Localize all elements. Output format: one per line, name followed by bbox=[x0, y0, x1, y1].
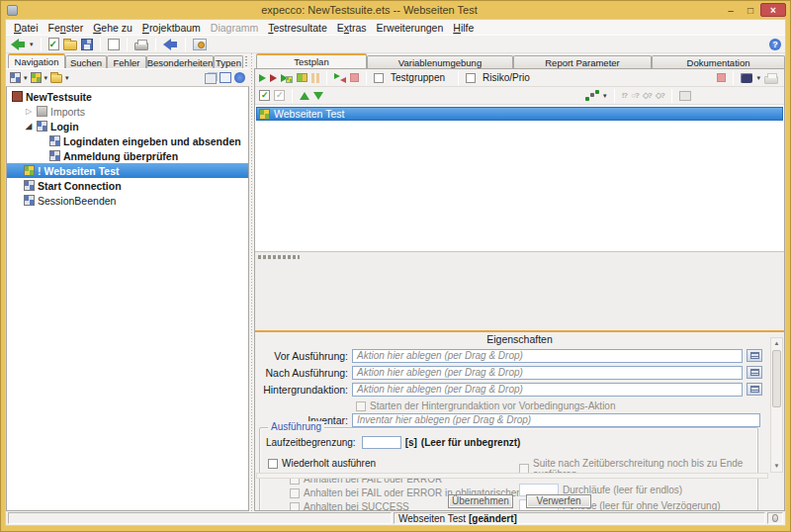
breakpoint-skip-icon[interactable]: ◇? bbox=[643, 91, 652, 100]
scroll-up-icon[interactable]: ▲ bbox=[772, 339, 781, 348]
repeat-checkbox[interactable] bbox=[268, 459, 278, 469]
tab-besonderheiten[interactable]: Besonderheiten bbox=[146, 55, 214, 68]
detail-collapsed-panel[interactable] bbox=[255, 251, 784, 330]
new-folder-dropdown-icon[interactable]: ▾ bbox=[65, 75, 69, 81]
background-before-checkbox[interactable] bbox=[356, 401, 366, 411]
new-action-button[interactable] bbox=[10, 72, 21, 83]
accept-document-button[interactable] bbox=[48, 38, 59, 50]
layers-button[interactable] bbox=[741, 73, 752, 83]
tab-suchen[interactable]: Suchen bbox=[65, 55, 107, 68]
pre-action-field[interactable]: Aktion hier ablegen (per Drag & Drop) bbox=[352, 349, 743, 363]
background-before-row: Starten der Hintergrundaktion vor Vorbed… bbox=[356, 400, 615, 411]
tab-fehler[interactable]: Fehler bbox=[107, 55, 146, 68]
move-down-button[interactable] bbox=[313, 92, 323, 100]
risiko-checkbox[interactable] bbox=[466, 73, 476, 83]
open-window-button[interactable] bbox=[679, 91, 691, 101]
pause-button[interactable] bbox=[311, 73, 319, 83]
run-marked-button[interactable] bbox=[297, 73, 308, 82]
tab-navigation[interactable]: Navigation bbox=[8, 53, 65, 68]
move-up-button[interactable] bbox=[300, 92, 309, 100]
tab-testplan[interactable]: Testplan bbox=[256, 53, 367, 68]
background-action-field[interactable]: Aktion hier ablegen (per Drag & Drop) bbox=[352, 383, 743, 397]
undo-button[interactable] bbox=[163, 39, 178, 50]
scrollbar-thumb[interactable] bbox=[772, 350, 781, 407]
new-testcase-dropdown-icon[interactable]: ▾ bbox=[44, 75, 48, 81]
new-folder-button[interactable] bbox=[50, 72, 62, 83]
properties-vertical-scrollbar[interactable]: ▲ ▼ bbox=[770, 337, 783, 473]
properties-horizontal-scrollbar[interactable] bbox=[256, 473, 768, 479]
tree-item-imports[interactable]: ▷ Imports bbox=[7, 104, 248, 119]
close-button[interactable]: × bbox=[760, 3, 786, 17]
tree-item-sessionbeenden[interactable]: SessionBeenden bbox=[7, 193, 248, 208]
menu-gehezu[interactable]: Gehe zu bbox=[88, 22, 137, 34]
run-with-debug-button[interactable] bbox=[281, 72, 293, 83]
properties-buttons: Übernehmen Verwerfen bbox=[255, 494, 784, 508]
toolbar-separator bbox=[614, 89, 615, 103]
tree-item-start-connection[interactable]: Start Connection bbox=[7, 178, 248, 193]
print-testplan-button[interactable] bbox=[764, 71, 778, 84]
tree-item-logindaten[interactable]: Logindaten eingeben und absenden bbox=[7, 133, 248, 148]
toolbar-separator bbox=[326, 71, 327, 85]
open-file-button[interactable] bbox=[63, 38, 77, 50]
scroll-down-icon[interactable]: ▼ bbox=[772, 462, 781, 471]
background-action-browse-button[interactable] bbox=[747, 383, 762, 396]
menu-testresultate[interactable]: Testresultate bbox=[263, 22, 332, 34]
run-button[interactable] bbox=[259, 74, 266, 82]
settings-button[interactable] bbox=[193, 39, 207, 50]
copy-window-button[interactable] bbox=[205, 71, 217, 84]
new-action-dropdown-icon[interactable]: ▾ bbox=[24, 75, 28, 81]
check-all-button[interactable] bbox=[259, 90, 270, 101]
new-testcase-button[interactable] bbox=[31, 72, 42, 83]
print-button[interactable] bbox=[134, 38, 148, 50]
tab-dokumentation[interactable]: Dokumentation bbox=[652, 55, 785, 68]
apply-button[interactable]: Übernehmen bbox=[448, 494, 513, 508]
breakpoint-error-icon[interactable]: !? bbox=[622, 91, 628, 100]
menu-hilfe[interactable]: Hilfe bbox=[448, 22, 479, 34]
layers-dropdown-icon[interactable]: ▾ bbox=[756, 75, 760, 81]
breakpoint-cond-icon[interactable]: ◇? bbox=[656, 91, 664, 100]
testgruppen-checkbox[interactable] bbox=[374, 73, 384, 83]
post-action-field[interactable]: Aktion hier ablegen (per Drag & Drop) bbox=[352, 366, 743, 380]
runtime-input[interactable] bbox=[362, 436, 401, 449]
coverage-dropdown-icon[interactable]: ▾ bbox=[603, 93, 607, 99]
tab-variablenumgebung[interactable]: Variablenumgebung bbox=[367, 55, 513, 68]
menu-extras[interactable]: Extras bbox=[332, 22, 372, 34]
tree-item-anmeldung[interactable]: Anmeldung überprüfen bbox=[7, 148, 248, 163]
uncheck-all-button[interactable] bbox=[274, 90, 285, 101]
pre-action-browse-button[interactable] bbox=[747, 349, 762, 362]
pre-action-label: Vor Ausführung: bbox=[257, 350, 352, 362]
save-tree-button[interactable] bbox=[220, 72, 231, 83]
inventar-field[interactable]: Inventar hier ablegen (per Drag & Drop) bbox=[352, 413, 760, 427]
coverage-button[interactable] bbox=[585, 90, 599, 101]
menu-erweiterungen[interactable]: Erweiterungen bbox=[372, 22, 449, 34]
tree-item-login[interactable]: ◢ Login bbox=[7, 119, 248, 133]
tree-item-newtestsuite[interactable]: NewTestsuite bbox=[7, 89, 248, 104]
help-button[interactable]: ? bbox=[769, 39, 781, 50]
tree-help-button[interactable] bbox=[234, 72, 245, 83]
run-failed-button[interactable] bbox=[270, 74, 277, 82]
maximize-button[interactable]: □ bbox=[741, 3, 760, 17]
tab-report-parameter[interactable]: Report Parameter bbox=[513, 55, 652, 68]
menu-fenster[interactable]: Fenster bbox=[44, 22, 89, 34]
history-back-button[interactable] bbox=[11, 39, 26, 50]
save-button[interactable] bbox=[81, 39, 93, 50]
menu-projektbaum[interactable]: Projektbaum bbox=[137, 22, 206, 34]
stop-button[interactable] bbox=[350, 73, 359, 82]
menu-datei[interactable]: Datei bbox=[9, 22, 44, 34]
expander-expanded-icon[interactable]: ◢ bbox=[24, 122, 34, 131]
expander-collapsed-icon[interactable]: ▷ bbox=[24, 107, 34, 116]
breakpoint-fail-icon[interactable]: ○? bbox=[631, 91, 639, 100]
testplan-list[interactable]: Webseiten Test bbox=[255, 105, 784, 251]
post-action-browse-button[interactable] bbox=[747, 366, 762, 379]
status-grip-icon[interactable] bbox=[772, 514, 778, 522]
tab-typen[interactable]: Typen bbox=[214, 55, 243, 68]
testplan-list-selected-row[interactable]: Webseiten Test bbox=[256, 107, 783, 121]
stop-all-button[interactable] bbox=[717, 73, 726, 82]
history-dropdown-icon[interactable]: ▾ bbox=[30, 42, 34, 47]
resume-button[interactable] bbox=[334, 73, 346, 83]
new-document-button[interactable] bbox=[108, 39, 120, 50]
tree-item-webseiten-test[interactable]: ! Webseiten Test bbox=[7, 163, 248, 178]
minimize-button[interactable]: – bbox=[721, 3, 741, 17]
discard-button[interactable]: Verwerfen bbox=[526, 494, 591, 508]
runtime-unit: [s] bbox=[405, 437, 417, 448]
